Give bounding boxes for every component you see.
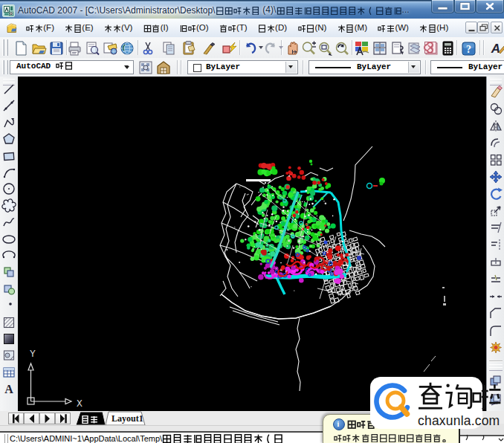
svg-text:A: A: [490, 42, 500, 56]
svg-text:?: ?: [466, 44, 471, 55]
svg-text:X: X: [77, 398, 83, 410]
svg-text:A: A: [4, 383, 13, 395]
svg-text:Y: Y: [30, 349, 36, 360]
